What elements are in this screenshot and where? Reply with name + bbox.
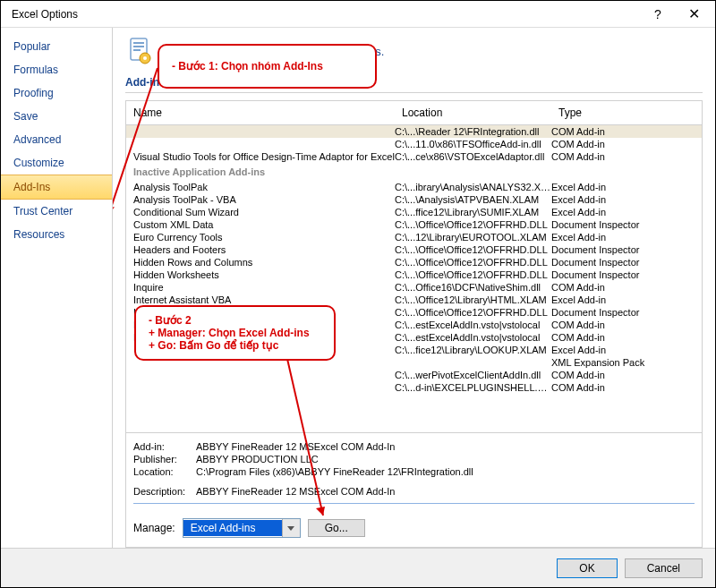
addin-location: C:\...ibrary\Analysis\ANALYS32.XLL (395, 182, 551, 192)
addin-details: Add-in:ABBYY FineReader 12 MSExcel COM A… (126, 432, 702, 513)
addin-row[interactable]: Analysis ToolPak - VBAC:\...\Analysis\AT… (126, 193, 702, 206)
sidebar-item-addins[interactable]: Add-Ins (1, 175, 112, 200)
detail-label-description: Description: (133, 486, 196, 497)
addin-type: COM Add-in (551, 382, 695, 393)
addin-type: Document Inspector (551, 257, 695, 268)
addin-type: Document Inspector (551, 244, 695, 255)
help-button[interactable]: ? (640, 2, 676, 27)
column-header-location[interactable]: Location (395, 101, 551, 124)
dialog-footer: OK Cancel (1, 548, 715, 587)
sidebar-item-save[interactable]: Save (1, 105, 112, 128)
addin-location: C:\...\Office\Office12\OFFRHD.DLL (395, 244, 551, 255)
addin-row[interactable]: Headers and FootersC:\...\Office\Office1… (126, 243, 702, 256)
addin-type: XML Expansion Pack (551, 357, 695, 368)
svg-rect-3 (133, 49, 141, 51)
addin-type: Excel Add-in (551, 294, 695, 305)
manage-row: Manage: Excel Add-ins Go... (126, 513, 702, 547)
addin-row[interactable]: Conditional Sum WizardC:\...ffice12\Libr… (126, 206, 702, 218)
column-header-type[interactable]: Type (551, 101, 702, 124)
sidebar: Popular Formulas Proofing Save Advanced … (1, 28, 113, 548)
addin-type: Excel Add-in (551, 182, 695, 192)
addin-location: C:\...d-in\EXCELPLUGINSHELL.DLL (395, 382, 551, 393)
sidebar-item-formulas[interactable]: Formulas (1, 58, 112, 81)
annotation-step1: - Bước 1: Chọn nhóm Add-Ins (158, 44, 377, 89)
addin-type: COM Add-in (551, 139, 695, 149)
addin-type: Document Inspector (551, 219, 695, 230)
column-headers: Name Location Type (126, 101, 702, 125)
annotation-arrow-2 (260, 354, 332, 524)
svg-rect-2 (133, 46, 144, 47)
addin-type: COM Add-in (551, 126, 695, 137)
addin-row[interactable]: Hidden Rows and ColumnsC:\...\Office\Off… (126, 256, 702, 268)
manage-label: Manage: (133, 522, 175, 534)
addin-row[interactable]: Visual Studio Tools for Office Design-Ti… (126, 150, 702, 163)
annotation-step2: - Bước 2 + Manager: Chọn Excel Add-ins +… (134, 305, 336, 361)
group-header-inactive: Inactive Application Add-ins (126, 163, 702, 181)
sidebar-item-popular[interactable]: Popular (1, 35, 112, 58)
addin-type: Excel Add-in (551, 194, 695, 205)
column-header-name[interactable]: Name (126, 101, 395, 124)
addin-location: C:\...estExcelAddIn.vsto|vstolocal (395, 320, 551, 330)
addin-row[interactable]: Analysis ToolPakC:\...ibrary\Analysis\AN… (126, 181, 702, 193)
addin-row[interactable]: C:\...11.0\x86\TFSOfficeAdd-in.dllCOM Ad… (126, 138, 702, 150)
addin-name: Conditional Sum Wizard (133, 207, 395, 217)
addin-location: C:\...\Office12\Library\HTML.XLAM (395, 294, 551, 305)
detail-label-publisher: Publisher: (133, 454, 196, 464)
addin-type: COM Add-in (551, 320, 695, 330)
addin-name: Hidden Worksheets (133, 269, 395, 280)
addin-row[interactable]: C:\...\Reader 12\FRIntegration.dllCOM Ad… (126, 125, 702, 138)
sidebar-item-proofing[interactable]: Proofing (1, 81, 112, 105)
addins-scroll-area[interactable]: C:\...\Reader 12\FRIntegration.dllCOM Ad… (126, 125, 702, 432)
sidebar-item-advanced[interactable]: Advanced (1, 128, 112, 151)
addin-name: Custom XML Data (133, 219, 395, 230)
sidebar-item-trust-center[interactable]: Trust Center (1, 200, 112, 223)
addin-location: C:\...ffice12\Library\SUMIF.XLAM (395, 207, 551, 217)
addin-name: Analysis ToolPak (133, 182, 395, 192)
addin-location: C:\...fice12\Library\LOOKUP.XLAM (395, 345, 551, 355)
sidebar-item-customize[interactable]: Customize (1, 151, 112, 175)
addin-type: Excel Add-in (551, 207, 695, 217)
addin-type: Excel Add-in (551, 232, 695, 243)
excel-options-window: Excel Options ? ✕ Popular Formulas Proof… (0, 0, 716, 588)
addin-name: Visual Studio Tools for Office Design-Ti… (133, 151, 395, 162)
addin-row[interactable]: Custom XML DataC:\...\Office\Office12\OF… (126, 218, 702, 231)
addin-name: Hidden Rows and Columns (133, 257, 395, 268)
addin-name: Analysis ToolPak - VBA (133, 194, 395, 205)
dialog-body: Popular Formulas Proofing Save Advanced … (1, 28, 715, 548)
addin-name (133, 126, 395, 137)
addin-name: Internet Assistant VBA (133, 294, 395, 305)
close-button[interactable]: ✕ (676, 2, 712, 27)
addin-row[interactable]: Euro Currency ToolsC:\...12\Library\EURO… (126, 231, 702, 243)
divider (133, 503, 695, 504)
titlebar: Excel Options ? ✕ (1, 1, 715, 28)
addin-type: Excel Add-in (551, 345, 695, 355)
annotation-arrow-1 (113, 64, 166, 225)
addin-name: Euro Currency Tools (133, 232, 395, 243)
addin-row[interactable]: InquireC:\...Office16\DCF\NativeShim.dll… (126, 281, 702, 294)
detail-value-location: C:\Program Files (x86)\ABBYY FineReader … (196, 466, 473, 477)
cancel-button[interactable]: Cancel (625, 558, 703, 578)
addin-type: COM Add-in (551, 151, 695, 162)
addin-type: Document Inspector (551, 307, 695, 318)
addin-row[interactable]: C:\...d-in\EXCELPLUGINSHELL.DLLCOM Add-i… (126, 381, 702, 394)
svg-rect-1 (133, 42, 144, 44)
addin-location: C:\...\Office\Office12\OFFRHD.DLL (395, 269, 551, 280)
main-panel: View and manage Microsoft Office add-ins… (113, 28, 715, 548)
addin-row[interactable]: Hidden WorksheetsC:\...\Office\Office12\… (126, 268, 702, 281)
addin-location (395, 357, 551, 368)
window-title: Excel Options (4, 8, 640, 21)
ok-button[interactable]: OK (557, 558, 617, 578)
addin-location: C:\...\Office\Office12\OFFRHD.DLL (395, 257, 551, 268)
svg-point-5 (143, 56, 147, 60)
addin-location: C:\...\Office\Office12\OFFRHD.DLL (395, 219, 551, 230)
sidebar-item-resources[interactable]: Resources (1, 223, 112, 246)
detail-label-addin: Add-in: (133, 441, 196, 452)
addin-location: C:\...ce\x86\VSTOExcelAdaptor.dll (395, 151, 551, 162)
addin-row[interactable]: Internet Assistant VBAC:\...\Office12\Li… (126, 294, 702, 306)
addin-location: C:\...11.0\x86\TFSOfficeAdd-in.dll (395, 139, 551, 149)
detail-label-location: Location: (133, 466, 196, 477)
addin-name: Headers and Footers (133, 244, 395, 255)
addin-location: C:\...\Office\Office12\OFFRHD.DLL (395, 307, 551, 318)
addin-location: C:\...Office16\DCF\NativeShim.dll (395, 282, 551, 293)
addin-row[interactable]: C:\...werPivotExcelClientAddIn.dllCOM Ad… (126, 369, 702, 381)
